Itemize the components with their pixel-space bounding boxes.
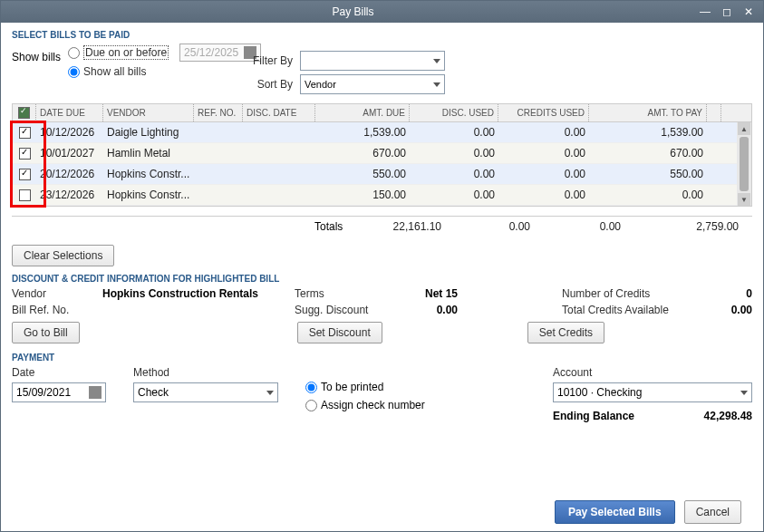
maximize-icon[interactable]: ◻ bbox=[720, 5, 734, 18]
vendor-label: Vendor bbox=[12, 287, 102, 300]
cell-date-due: 23/12/2026 bbox=[36, 185, 103, 205]
scrollbar[interactable]: ▲ ▼ bbox=[737, 122, 751, 206]
table-row[interactable]: 23/12/2026Hopkins Constr...150.000.000.0… bbox=[13, 185, 737, 206]
payment-date-input[interactable]: 15/09/2021 bbox=[12, 382, 106, 402]
cell-disc-date bbox=[243, 185, 315, 205]
assign-check-option[interactable]: Assign check number bbox=[305, 399, 425, 411]
cell-disc-used: 0.00 bbox=[410, 122, 498, 142]
cell-amt-to-pay: 0.00 bbox=[589, 185, 707, 205]
ending-balance-value: 42,298.48 bbox=[704, 410, 752, 422]
header-amt-due[interactable]: Amt. Due bbox=[315, 104, 410, 121]
show-bills-label: Show bills bbox=[12, 51, 61, 63]
show-all-option[interactable]: Show all bills bbox=[68, 65, 261, 78]
pay-selected-bills-button[interactable]: Pay Selected Bills bbox=[555, 500, 675, 524]
info-right: Number of Credits0 Total Credits Availab… bbox=[562, 287, 752, 316]
sort-by-select[interactable]: Vendor bbox=[300, 74, 445, 94]
select-bills-label: SELECT BILLS TO BE PAID bbox=[12, 30, 752, 40]
minimize-icon[interactable]: — bbox=[698, 5, 712, 18]
check-all-icon[interactable] bbox=[18, 107, 30, 119]
to-be-printed-option[interactable]: To be printed bbox=[305, 381, 425, 393]
cell-amt-to-pay: 1,539.00 bbox=[589, 122, 707, 142]
cell-disc-date bbox=[243, 164, 315, 184]
cell-ref bbox=[194, 164, 243, 184]
checkbox-icon[interactable] bbox=[19, 148, 31, 160]
header-vendor[interactable]: Vendor bbox=[103, 104, 194, 121]
set-credits-button[interactable]: Set Credits bbox=[527, 322, 604, 343]
totals-row: Totals 22,161.10 0.00 0.00 2,759.00 bbox=[12, 216, 752, 236]
filter-by-select[interactable] bbox=[300, 51, 445, 71]
header-disc-used[interactable]: Disc. Used bbox=[410, 104, 498, 121]
cell-date-due: 10/12/2026 bbox=[36, 122, 103, 142]
due-on-radio[interactable] bbox=[68, 47, 80, 59]
cell-vendor: Hamlin Metal bbox=[103, 143, 194, 163]
cell-credits-used: 0.00 bbox=[498, 164, 589, 184]
header-ref[interactable]: Ref. No. bbox=[194, 104, 243, 121]
chevron-down-icon bbox=[266, 391, 274, 395]
total-credits-value: 0.00 bbox=[698, 304, 752, 316]
header-date-due[interactable]: Date Due bbox=[36, 104, 103, 121]
cell-ref bbox=[194, 122, 243, 142]
pay-bills-window: Pay Bills — ◻ ✕ SELECT BILLS TO BE PAID … bbox=[0, 0, 764, 532]
cell-vendor: Hopkins Constr... bbox=[103, 164, 194, 184]
vendor-value: Hopkins Construction Rentals bbox=[102, 287, 258, 300]
payment-method-select[interactable]: Check bbox=[133, 382, 278, 402]
chevron-down-icon bbox=[433, 59, 440, 63]
scroll-up-icon[interactable]: ▲ bbox=[738, 122, 750, 135]
totals-label: Totals bbox=[314, 220, 369, 233]
header-disc-date[interactable]: Disc. Date bbox=[243, 104, 315, 121]
header-credits-used[interactable]: Credits Used bbox=[498, 104, 589, 121]
cell-amt-due: 150.00 bbox=[315, 185, 410, 205]
close-icon[interactable]: ✕ bbox=[741, 5, 756, 18]
assign-check-radio[interactable] bbox=[305, 400, 317, 411]
cancel-button[interactable]: Cancel bbox=[684, 500, 741, 524]
total-credits-label: Total Credits Available bbox=[562, 304, 698, 316]
go-to-bill-button[interactable]: Go to Bill bbox=[12, 322, 80, 343]
payment-method-col: Method Check bbox=[133, 366, 278, 402]
totals-amt-due: 22,161.10 bbox=[369, 220, 441, 233]
num-credits-label: Number of Credits bbox=[562, 287, 698, 300]
payment-date-col: Date 15/09/2021 bbox=[12, 366, 106, 402]
payment-account-value: 10100 · Checking bbox=[557, 386, 642, 399]
chevron-down-icon bbox=[740, 391, 748, 395]
cell-amt-due: 550.00 bbox=[315, 164, 410, 184]
chevron-down-icon bbox=[433, 82, 440, 87]
checkbox-icon[interactable] bbox=[19, 169, 31, 180]
totals-credits-used: 0.00 bbox=[530, 220, 621, 233]
clear-selections-button[interactable]: Clear Selections bbox=[12, 245, 114, 266]
window-title: Pay Bills bbox=[8, 5, 698, 18]
table-row[interactable]: 10/01/2027Hamlin Metal670.000.000.00670.… bbox=[13, 143, 737, 164]
row-checkbox[interactable] bbox=[13, 143, 36, 163]
scroll-thumb[interactable] bbox=[740, 137, 749, 191]
table-body: 10/12/2026Daigle Lighting1,539.000.000.0… bbox=[13, 122, 737, 206]
table-row[interactable]: 20/12/2026Hopkins Constr...550.000.000.0… bbox=[13, 164, 737, 185]
cell-disc-date bbox=[243, 143, 315, 163]
calendar-icon[interactable] bbox=[89, 386, 102, 399]
row-checkbox[interactable] bbox=[13, 122, 36, 142]
to-be-printed-radio[interactable] bbox=[305, 382, 317, 393]
row-checkbox[interactable] bbox=[13, 164, 36, 184]
row-checkbox[interactable] bbox=[13, 185, 36, 205]
due-date-value: 25/12/2025 bbox=[184, 46, 238, 59]
ref-label: Bill Ref. No. bbox=[12, 304, 102, 316]
cell-credits-used: 0.00 bbox=[498, 143, 589, 163]
header-check[interactable] bbox=[13, 104, 36, 121]
show-all-radio[interactable] bbox=[68, 66, 80, 78]
window-controls: — ◻ ✕ bbox=[698, 5, 756, 18]
checkbox-icon[interactable] bbox=[19, 127, 31, 139]
sort-by-value: Vendor bbox=[305, 79, 336, 90]
scroll-down-icon[interactable]: ▼ bbox=[738, 193, 750, 206]
payment-account-select[interactable]: 10100 · Checking bbox=[553, 382, 752, 402]
cell-date-due: 20/12/2026 bbox=[36, 164, 103, 184]
cell-disc-used: 0.00 bbox=[410, 185, 498, 205]
due-on-option[interactable]: Due on or before 25/12/2025 bbox=[68, 44, 261, 62]
header-amt-to-pay[interactable]: Amt. To Pay bbox=[589, 104, 707, 121]
totals-disc-used: 0.00 bbox=[441, 220, 530, 233]
cell-amt-to-pay: 550.00 bbox=[589, 164, 707, 184]
payment-account-label: Account bbox=[553, 366, 752, 379]
payment-account-col: Account 10100 · Checking Ending Balance … bbox=[553, 366, 752, 422]
table-row[interactable]: 10/12/2026Daigle Lighting1,539.000.000.0… bbox=[13, 122, 737, 143]
checkbox-icon[interactable] bbox=[19, 189, 31, 201]
set-discount-button[interactable]: Set Discount bbox=[297, 322, 382, 343]
cell-ref bbox=[194, 185, 243, 205]
content-area: SELECT BILLS TO BE PAID Show bills Due o… bbox=[1, 23, 763, 531]
